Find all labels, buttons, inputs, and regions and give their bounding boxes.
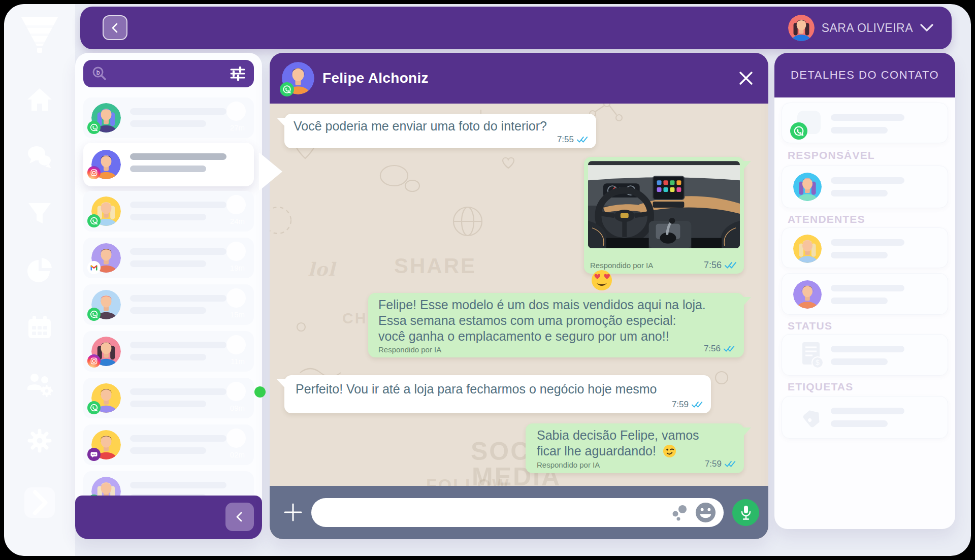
sidebar-item-calendar[interactable] (25, 313, 54, 341)
skeleton-line (831, 408, 904, 414)
invoice-icon: $ (801, 341, 825, 370)
sidebar-expand-button[interactable] (24, 487, 55, 518)
conversation-item[interactable]: 27m (83, 97, 254, 138)
conversation-item[interactable]: 15m (83, 284, 254, 325)
conversation-time: 19m (230, 263, 245, 272)
sidebar-item-team[interactable] (25, 370, 54, 398)
wallpaper-word: lol (308, 258, 335, 280)
skeleton-preview (130, 214, 206, 220)
user-name: SARA OLIVEIRA (822, 21, 913, 35)
skeleton-line (831, 285, 904, 291)
conversation-time: 24m (230, 217, 245, 225)
channel-badge-icon (87, 448, 101, 461)
sidebar-item-settings[interactable] (25, 426, 54, 455)
chat-header: Felipe Alchoniz (270, 53, 768, 104)
message-bubble-outgoing: Felipe! Esse modelo é um dos mais vendid… (368, 293, 744, 357)
skeleton-preview (130, 354, 206, 360)
unread-circle (226, 335, 246, 354)
sidebar-item-analytics[interactable] (25, 256, 54, 284)
back-button[interactable] (103, 15, 127, 40)
message-time: 7:59 (705, 459, 722, 469)
search-icon: b (91, 66, 107, 81)
svg-text:$: $ (816, 358, 820, 367)
unread-circle (226, 429, 246, 448)
skeleton-name (130, 295, 226, 302)
wallpaper-word: SHARE (394, 254, 476, 278)
conversation-item-selected[interactable] (83, 143, 254, 186)
read-checks-icon (725, 261, 738, 269)
message-text-line: Essa semana estamos com uma promoção esp… (378, 313, 734, 328)
channel-badge-icon (280, 82, 294, 96)
unread-circle (226, 288, 246, 308)
channel-badge-icon (87, 121, 101, 134)
section-label-responsavel: RESPONSÁVEL (788, 149, 875, 161)
conversation-item[interactable]: 02m (83, 424, 254, 465)
skeleton-line (831, 298, 888, 304)
ai-reply-label: Respondido por IA (378, 345, 441, 354)
message-bubble-incoming: Perfeito! Vou ir até a loja para fecharm… (284, 375, 711, 413)
message-text-line: ficar lhe aguardando! (537, 443, 733, 459)
user-menu[interactable]: SARA OLIVEIRA (788, 7, 933, 49)
collapse-list-button[interactable] (225, 503, 254, 531)
skeleton-line (831, 252, 888, 258)
message-text: Você poderia me enviar uma foto do inter… (294, 118, 587, 134)
conversation-time: 02m (230, 450, 245, 459)
search-bar: b (83, 60, 254, 87)
channel-badge-icon (87, 401, 101, 414)
conversation-time: 11m (231, 357, 245, 366)
search-input[interactable] (107, 60, 230, 87)
close-chat-button[interactable] (738, 70, 754, 86)
chevron-left-icon (234, 511, 246, 523)
user-avatar (788, 15, 815, 41)
assistant-dots-icon[interactable] (671, 504, 688, 521)
app-logo-icon (20, 16, 59, 65)
message-text-line: Sabia decisão Felipe, vamos (537, 427, 733, 443)
conversation-item[interactable]: 24m (83, 191, 254, 232)
channel-badge-icon (87, 214, 101, 227)
composer-input[interactable] (323, 498, 648, 527)
car-interior-photo[interactable] (588, 161, 740, 248)
skeleton-line (831, 127, 888, 134)
sidebar-item-filter[interactable] (25, 199, 54, 227)
conversation-item[interactable]: 11m (83, 331, 254, 372)
section-label-etiquetas: ETIQUETAS (788, 381, 853, 393)
message-text: ficar lhe aguardando! (537, 444, 656, 458)
conversation-item[interactable]: 19m (83, 238, 254, 278)
responsavel-card (782, 166, 948, 208)
skeleton-line (831, 114, 904, 121)
channel-badge-icon (87, 308, 101, 321)
emoji-picker-icon[interactable] (695, 502, 717, 523)
message-time: 7:56 (704, 260, 722, 271)
message-bubble-outgoing-image: Respondido por IA 7:56 (584, 157, 744, 274)
message-time: 7:56 (704, 344, 721, 354)
wallpaper-word: CH (342, 310, 367, 327)
skeleton-name (130, 435, 226, 442)
read-checks-icon (577, 136, 589, 143)
attach-plus-button[interactable] (283, 502, 303, 522)
skeleton-line (831, 239, 904, 246)
sidebar-item-chats[interactable] (25, 142, 54, 171)
message-time: 7:55 (557, 135, 574, 145)
unread-circle (226, 195, 246, 214)
atendente-avatar (793, 280, 822, 309)
heart-eyes-emoji (591, 269, 613, 291)
message-text-line: você ganha o emplacamento e seguro por u… (378, 328, 734, 344)
filter-sliders-icon[interactable] (230, 67, 246, 81)
sidebar-item-home[interactable] (25, 85, 54, 114)
composer-field-wrap (311, 498, 724, 527)
screen: SARA OLIVEIRA b (0, 0, 975, 560)
section-label-atendentes: ATENDENTES (788, 213, 865, 225)
channel-badge-icon (87, 166, 101, 179)
voice-record-button[interactable] (732, 499, 759, 526)
status-card: $ (782, 334, 948, 376)
microphone-icon (740, 505, 752, 520)
conversation-item[interactable]: 09m (83, 378, 254, 418)
read-checks-icon (724, 345, 736, 352)
conversation-time: 15m (230, 310, 245, 319)
chevron-down-icon (920, 24, 933, 32)
atendente-card (782, 273, 948, 315)
message-text: Perfeito! Vou ir até a loja para fecharm… (296, 381, 700, 397)
skeleton-name (130, 388, 226, 395)
channel-badge-icon (790, 122, 807, 140)
tag-icon (799, 405, 826, 431)
